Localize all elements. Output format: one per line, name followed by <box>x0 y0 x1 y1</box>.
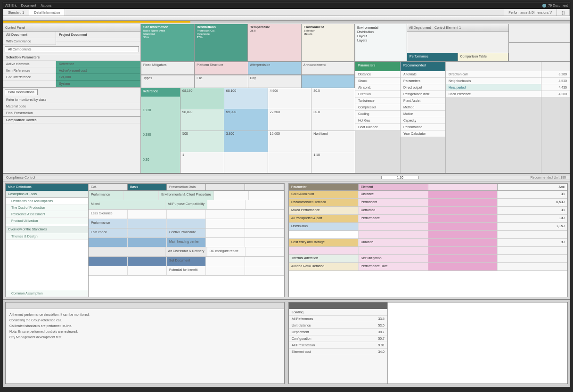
ll-cell[interactable] <box>128 266 167 275</box>
lr-cell[interactable]: Thermal Alteration <box>289 255 359 262</box>
cell-restr[interactable]: Restrictions Protection Cal. Reference 3… <box>195 24 248 61</box>
lr-cell[interactable]: Distribution <box>289 223 359 230</box>
btn-data-decl[interactable]: Data Declarations <box>5 89 38 95</box>
lr-cell[interactable] <box>428 255 498 262</box>
menu-document[interactable]: Document <box>21 4 36 7</box>
lr-cell[interactable]: Permanent <box>359 199 428 206</box>
gb2-2[interactable]: Day. <box>248 75 302 88</box>
ll-cell[interactable]: Performance <box>89 219 128 228</box>
ll-cell[interactable] <box>89 257 128 266</box>
s2-0[interactable]: Refer to monitored by class <box>3 97 140 103</box>
lr-cell[interactable] <box>428 215 498 222</box>
ll-cell[interactable] <box>206 266 245 275</box>
ll-cell[interactable] <box>124 191 159 200</box>
ll-cell[interactable]: Less tolerance <box>89 210 128 219</box>
lr-cell[interactable] <box>359 231 428 238</box>
tab-perf[interactable]: Performance <box>407 53 458 61</box>
lr-cell[interactable] <box>428 207 498 214</box>
lr-cell[interactable] <box>498 247 567 254</box>
ll-cell[interactable] <box>246 200 284 209</box>
lr-cell[interactable] <box>428 191 498 198</box>
tab-performance[interactable]: Performance & Dimensions V <box>504 9 557 16</box>
lp-b0[interactable]: With Compliance <box>3 38 56 45</box>
ll-cell[interactable]: Potential for benefit <box>167 266 206 275</box>
ll-cell[interactable] <box>89 266 128 275</box>
btn-all-components[interactable]: All Components <box>5 46 139 52</box>
ll-cell[interactable] <box>207 200 246 209</box>
ll-cell[interactable] <box>245 210 284 219</box>
ll-cell[interactable] <box>214 191 249 200</box>
menu-actions[interactable]: Actions <box>41 4 52 7</box>
sec1-0[interactable]: Active elements <box>3 61 56 67</box>
gb-1[interactable]: Platform Structure <box>195 62 248 75</box>
cell-site[interactable]: Site Information Basic Name Area Standar… <box>141 24 195 61</box>
ll-cell[interactable] <box>89 247 127 256</box>
gb2-0[interactable]: Types <box>141 75 195 88</box>
gb-3[interactable]: Announcement <box>302 62 355 75</box>
ll-cell[interactable] <box>206 219 245 228</box>
br-item[interactable]: Unit distance53.5 <box>289 322 387 329</box>
ll-cell[interactable] <box>206 210 245 219</box>
lr-cell[interactable] <box>289 247 359 254</box>
lr-cell[interactable]: 38 <box>498 207 567 214</box>
ll-cell[interactable] <box>245 219 284 228</box>
lr-cell[interactable] <box>498 263 567 270</box>
ll-cell[interactable] <box>128 210 167 219</box>
ll-cell[interactable] <box>167 219 206 228</box>
lr-cell[interactable] <box>498 231 567 238</box>
ll-cell[interactable] <box>206 257 245 266</box>
lr-cell[interactable] <box>359 247 428 254</box>
lr-cell[interactable]: All transported & port <box>289 215 359 222</box>
ll-cell[interactable] <box>89 238 128 247</box>
ll-cell[interactable] <box>245 238 284 247</box>
lr-cell[interactable] <box>428 223 498 230</box>
lr-cell[interactable]: 6,530 <box>498 199 567 206</box>
ll-cell[interactable] <box>128 238 167 247</box>
ll-cell[interactable]: DC configure report <box>207 247 246 256</box>
lr-cell[interactable]: Distance <box>359 191 428 198</box>
lr-cell[interactable]: Performance Rate <box>359 263 428 270</box>
lr-cell[interactable]: 1,150 <box>498 223 567 230</box>
br-item[interactable]: Element cost34.0 <box>289 349 387 355</box>
ll-cell[interactable]: Main heading center <box>167 238 206 247</box>
tab-brackets[interactable]: [ ] <box>557 9 570 16</box>
lr-cell[interactable] <box>498 255 567 262</box>
lr-cell[interactable]: 38 <box>498 191 567 198</box>
gb2-3[interactable] <box>302 75 355 88</box>
ll-cell[interactable]: Performance <box>89 191 124 200</box>
ll-cell[interactable] <box>246 247 284 256</box>
lr-cell[interactable]: Duration <box>359 239 428 246</box>
sec1-1[interactable]: Item References <box>3 67 56 74</box>
tab-detail[interactable]: Detail Information <box>29 9 65 16</box>
lr-cell[interactable] <box>289 231 359 238</box>
lr-cell[interactable]: 90 <box>498 239 567 246</box>
br-item[interactable]: Department38.7 <box>289 329 387 335</box>
ll-cell[interactable] <box>245 257 284 266</box>
lr-cell[interactable] <box>428 263 498 270</box>
br-item[interactable]: All References33.5 <box>289 316 387 322</box>
lr-cell[interactable]: Defrosted <box>359 207 428 214</box>
br-item[interactable]: All Presentation9.01 <box>289 342 387 349</box>
ll-cell[interactable] <box>128 219 167 228</box>
lr-cell[interactable]: Solid Aluminum <box>289 191 359 198</box>
gb-2[interactable]: Afterprecision <box>248 62 302 75</box>
ll-cell[interactable] <box>167 210 206 219</box>
ll-cell[interactable] <box>245 266 284 275</box>
lr-cell[interactable]: 100 <box>498 215 567 222</box>
lr-cell[interactable] <box>428 199 498 206</box>
ll-cell[interactable]: Set Document <box>167 257 206 266</box>
gb-0[interactable]: Fixed Mitigators <box>141 62 195 75</box>
tab-comp[interactable]: Comparison Table <box>458 53 509 61</box>
ll-cell[interactable] <box>206 238 245 247</box>
tab-standard[interactable]: Standard 1 <box>3 9 29 16</box>
lr-cell[interactable]: Recommended setback <box>289 199 359 206</box>
lr-cell[interactable]: Mixed Performance <box>289 207 359 214</box>
ll-cell[interactable] <box>128 257 167 266</box>
cell-env[interactable]: Environment Selection Meters <box>302 24 355 61</box>
br-item[interactable]: Configuration55.7 <box>289 335 387 342</box>
ll-cell[interactable]: Mixed <box>89 200 127 209</box>
lp-b1[interactable] <box>56 38 140 41</box>
lr-cell[interactable] <box>428 231 498 238</box>
lp-a1[interactable]: Project Document <box>56 32 140 38</box>
sec1-2[interactable]: Grid Interference <box>3 74 56 81</box>
